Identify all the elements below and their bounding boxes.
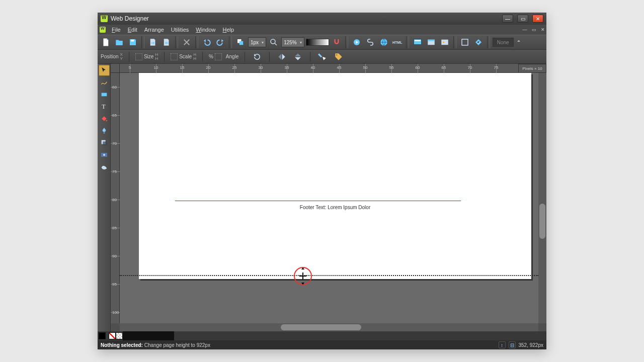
guide-line[interactable] [175,201,461,201]
shadow-tool[interactable] [99,137,110,148]
vscroll-thumb[interactable] [539,204,545,239]
chevron-down-icon: ▾ [262,40,264,45]
angle-label: Angle [226,54,239,59]
clone-button[interactable] [234,36,247,48]
flip-v-button[interactable] [292,51,304,63]
tag-button[interactable] [333,51,345,63]
ruler-horizontal[interactable]: 51015202530354045505560657075 [120,64,538,73]
hscroll-thumb[interactable] [281,324,361,330]
photo-tool[interactable] [99,149,110,160]
zoom-combo[interactable]: 125%▾ [281,37,304,47]
transparency-tool[interactable] [99,125,110,136]
selector-tool[interactable] [99,65,110,76]
gallery-button[interactable] [425,36,437,48]
position-group: Position XY [101,53,123,61]
status-message: Nothing selected: Change page height to … [101,342,210,348]
menu-edit[interactable]: Edit [125,26,140,34]
preview-button[interactable] [351,36,363,48]
cursor-coords: 352, 922px [519,342,544,348]
web-export-button[interactable] [378,36,390,48]
redo-button[interactable] [214,36,226,48]
main-toolbar: 1px▾ 125%▾ HTML None [98,35,546,50]
canvas-area: 51015202530354045505560657075 Pixels × 1… [111,64,546,331]
mdi-restore-button[interactable]: ▭ [530,27,537,33]
horizontal-scrollbar[interactable] [120,323,538,331]
svg-rect-2 [239,41,244,45]
pad-icon [135,53,142,60]
size-label: Size [144,54,153,59]
mdi-minimize-button[interactable]: — [521,27,528,33]
svg-point-16 [106,120,107,122]
mdi-close-button[interactable]: ✕ [539,27,546,33]
svg-rect-19 [103,141,107,145]
line-width-value: 1px [251,40,259,45]
close-button[interactable]: ✕ [532,15,543,23]
rectangle-tool[interactable] [99,89,110,100]
color-picker-toggle[interactable] [515,36,522,48]
page-canvas[interactable]: Footer Text: Lorem Ipsum Dolor [139,73,531,279]
menu-help[interactable]: Help [219,26,237,34]
frame-gallery-button[interactable] [459,36,471,48]
quality-slider[interactable] [306,39,329,46]
link-button[interactable] [364,36,376,48]
export-button[interactable] [160,36,173,48]
zoom-value: 125% [284,40,297,45]
maximize-button[interactable]: ▭ [517,15,528,23]
snap-button[interactable] [331,36,343,48]
app-logo-icon [101,15,108,22]
percent-label: % [209,54,213,59]
shape-tool[interactable] [99,161,110,172]
menu-arrange[interactable]: Arrange [141,26,167,34]
position-label: Position [101,54,119,59]
color-swatch[interactable] [173,331,174,340]
footer-text[interactable]: Footer Text: Lorem Ipsum Dolor [139,205,531,210]
layers-button[interactable] [412,36,424,48]
undo-button[interactable] [201,36,213,48]
flip-h-button[interactable] [276,51,288,63]
name-gallery-button[interactable] [472,36,485,48]
html-button[interactable]: HTML [391,36,404,48]
apply-names-button[interactable] [316,51,329,63]
ruler-units[interactable]: Pixels × 10 [518,64,546,73]
import-button[interactable] [147,36,159,48]
pad-icon [171,53,178,60]
minimize-button[interactable]: — [502,15,513,23]
delete-button[interactable] [181,36,193,48]
text-tool[interactable]: T [99,101,110,112]
titlebar: Web Designer — ▭ ✕ [98,13,546,25]
open-button[interactable] [113,36,125,48]
snap-indicator-icon[interactable]: ⊟ [509,341,516,348]
bitmap-gallery-button[interactable] [439,36,451,48]
property-bar: Position XY Size HH Scale HH % Angle [98,50,546,64]
svg-rect-17 [103,132,105,134]
ruler-origin[interactable] [111,64,120,73]
live-drag-icon[interactable]: ↕ [499,341,506,348]
zoom-tool-button[interactable] [268,36,280,48]
fill-tool[interactable] [99,113,110,124]
transparent-swatch[interactable] [116,332,123,339]
ruler-vertical[interactable]: 6065707580859095100 [111,73,120,323]
scale-group: Scale HH [171,53,196,61]
viewport[interactable]: Footer Text: Lorem Ipsum Dolor [120,73,538,323]
new-button[interactable] [100,36,112,48]
app-logo-small-icon [100,27,106,33]
statusbar: Nothing selected: Change page height to … [98,340,546,349]
current-fill-swatch[interactable] [99,332,106,339]
menu-utilities[interactable]: Utilities [168,26,192,34]
lock-aspect-icon[interactable] [215,53,222,60]
save-button[interactable] [127,36,139,48]
svg-point-13 [337,54,338,55]
workarea: T 51015202530354045505560657075 Pixels ×… [98,64,546,331]
rotate-button[interactable] [251,51,263,63]
vertical-scrollbar[interactable] [538,73,546,323]
menu-window[interactable]: Window [193,26,218,34]
freehand-tool[interactable] [99,77,110,88]
menubar: FFileile Edit Arrange Utilities Window H… [98,25,546,35]
svg-rect-7 [415,40,421,41]
svg-text:T: T [102,103,106,110]
line-width-combo[interactable]: 1px▾ [248,37,266,47]
menu-file[interactable]: FFileile [109,26,124,34]
app-window: Web Designer — ▭ ✕ FFileile Edit Arrange… [98,13,546,349]
color-none-box[interactable]: None [493,38,514,47]
no-color-swatch[interactable] [109,332,116,339]
